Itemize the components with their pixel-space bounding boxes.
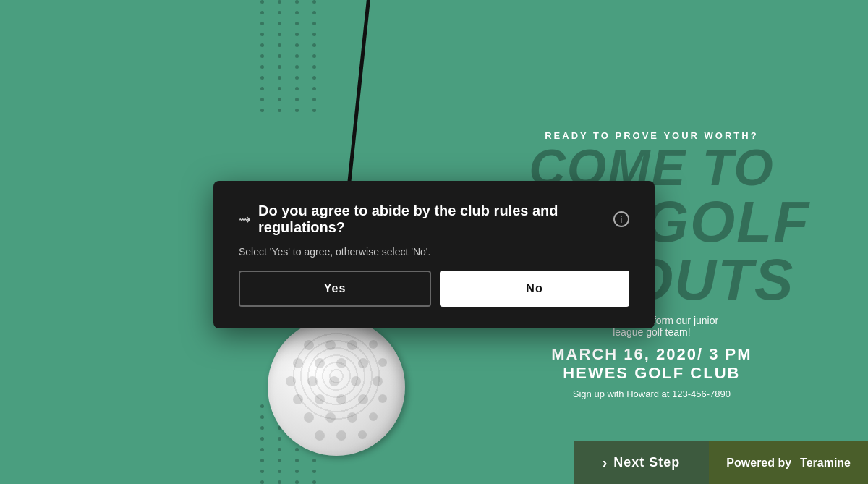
info-icon[interactable]: i: [613, 211, 629, 227]
bottom-bar: › Next Step Powered by Teramine: [574, 441, 868, 484]
dots-top: [260, 0, 323, 112]
event-location: HEWES GOLF CLUB: [493, 364, 810, 383]
event-date: MARCH 16, 2020/ 3 PM: [493, 345, 810, 364]
next-step-button[interactable]: › Next Step: [574, 441, 710, 484]
powered-by: Powered by Teramine: [709, 441, 868, 484]
modal-header: ⇝ Do you agree to abide by the club rule…: [239, 203, 629, 236]
no-button[interactable]: No: [440, 271, 629, 307]
signup-text: Sign up with Howard at 123-456-7890: [493, 389, 810, 399]
modal-buttons: Yes No: [239, 271, 629, 307]
powered-by-label: Powered by: [726, 457, 791, 470]
brand-name: Teramine: [800, 457, 851, 470]
next-step-label: Next Step: [613, 455, 680, 470]
modal-title: Do you agree to abide by the club rules …: [258, 203, 606, 236]
next-step-arrow: ›: [603, 454, 608, 471]
golf-ball: [268, 318, 405, 456]
agreement-modal: ⇝ Do you agree to abide by the club rule…: [213, 181, 655, 328]
yes-button[interactable]: Yes: [239, 271, 431, 307]
modal-subtitle: Select 'Yes' to agree, otherwise select …: [239, 246, 629, 258]
agreement-icon: ⇝: [239, 211, 251, 228]
